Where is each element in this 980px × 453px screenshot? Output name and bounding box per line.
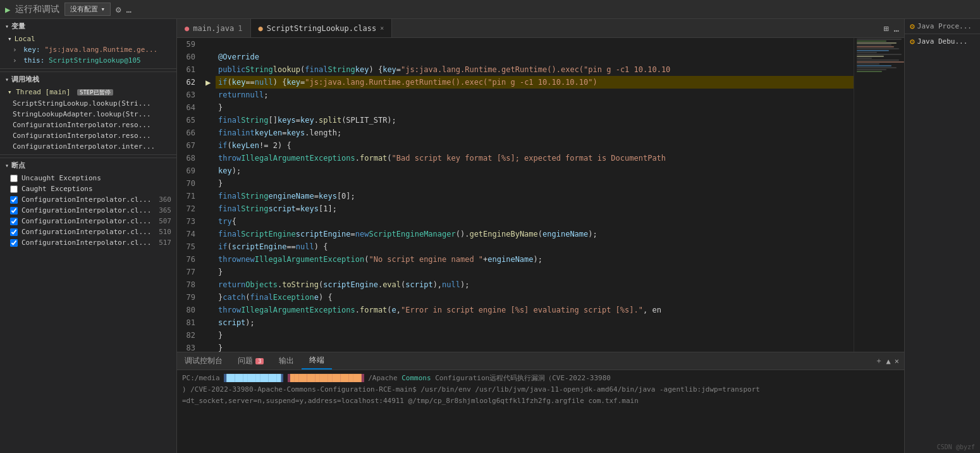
gutter-72 — [205, 202, 216, 215]
code-line-70: } — [216, 177, 854, 190]
java-icon-0: ⚙ — [910, 22, 915, 31]
ln-73: 73 — [177, 215, 200, 228]
add-terminal-icon[interactable]: ＋ — [875, 356, 883, 366]
code-content[interactable]: @Override public String lookup(final Str… — [216, 38, 854, 352]
thread-item[interactable]: ▾ Thread [main] STEP已暂停 — [0, 87, 176, 98]
bp-config-507-checkbox[interactable] — [10, 218, 18, 225]
code-line-78: return Objects.toString(scriptEngine.eva… — [216, 278, 854, 291]
bp-uncaught-checkbox[interactable] — [10, 175, 18, 182]
tab-more-icon[interactable]: … — [894, 23, 899, 34]
terminal-content[interactable]: PC:/media █████████████ ████████████████… — [177, 370, 904, 453]
gutter-73 — [205, 215, 216, 228]
bp-config-510-checkbox[interactable] — [10, 228, 18, 236]
no-config-label: 没有配置 — [70, 4, 98, 14]
code-line-83: } — [216, 342, 854, 352]
settings-icon[interactable]: ⚙ — [116, 4, 121, 15]
tab-output[interactable]: 输出 — [271, 352, 302, 369]
breakpoints-header[interactable]: ▾ 断点 — [0, 158, 176, 173]
stack-frame-3[interactable]: ConfigurationInterpolator.reso... — [0, 130, 176, 141]
java-panel-item-1[interactable]: ⚙ Java Debu... — [905, 34, 980, 49]
java-process-label-1: Java Debu... — [917, 37, 967, 46]
ln-61: 61 — [177, 63, 200, 76]
tab-debug-console[interactable]: 调试控制台 — [177, 352, 230, 369]
breakpoints-title: 断点 — [11, 161, 25, 170]
run-button[interactable]: ▶ — [5, 4, 10, 15]
bp-config-360-checkbox[interactable] — [10, 196, 18, 204]
terminal-line-2: =dt_socket,server=n,suspend=y,address=lo… — [182, 395, 899, 407]
code-line-82: } — [216, 329, 854, 342]
bp-config-510-num: 510 — [159, 228, 171, 236]
ln-60: 60 — [177, 51, 200, 63]
gutter-67 — [205, 139, 216, 152]
local-label: Local — [15, 35, 35, 43]
ln-75: 75 — [177, 240, 200, 253]
editor-tab-bar: ● main.java 1 ● ScriptStringLookup.class… — [177, 19, 904, 38]
gutter-77 — [205, 266, 216, 278]
breakpoints-section: ▾ 断点 Uncaught Exceptions Caught Exceptio… — [0, 158, 176, 453]
variables-section: ▾ 变量 ▾ Local › key: "js:java.lang.Runtim… — [0, 19, 176, 66]
ln-65: 65 — [177, 114, 200, 127]
gutter-82 — [205, 329, 216, 342]
tab-main-java[interactable]: ● main.java 1 — [177, 19, 251, 37]
ln-71: 71 — [177, 190, 200, 202]
tab-terminal[interactable]: 终端 — [302, 352, 332, 369]
bp-caught-checkbox[interactable] — [10, 185, 18, 193]
code-line-71: final String engineName = keys[0]; — [216, 190, 854, 202]
bp-config-360: ConfigurationInterpolator.cl... 360 — [0, 194, 176, 205]
code-line-66: final int keyLen = keys.length; — [216, 127, 854, 139]
close-panel-icon[interactable]: × — [895, 357, 899, 366]
callstack-header[interactable]: ▾ 调用堆栈 — [0, 72, 176, 87]
var-this-label: this: — [23, 56, 44, 65]
stack-frame-2[interactable]: ConfigurationInterpolator.reso... — [0, 120, 176, 130]
bp-config-517: ConfigurationInterpolator.cl... 517 — [0, 237, 176, 248]
code-line-81: script); — [216, 316, 854, 329]
toolbar-label: 运行和调试 — [15, 4, 59, 15]
output-label: 输出 — [279, 356, 294, 366]
maximize-panel-icon[interactable]: ▲ — [886, 357, 891, 366]
variables-header[interactable]: ▾ 变量 — [0, 19, 176, 34]
tab-problems[interactable]: 问题 3 — [230, 352, 271, 369]
ln-79: 79 — [177, 291, 200, 304]
callstack-expand-icon: ▾ — [5, 76, 9, 83]
ln-68: 68 — [177, 152, 200, 164]
code-area[interactable]: 59 60 61 62 63 64 65 66 67 68 69 70 71 7… — [177, 38, 904, 352]
tab-actions: ⊞ … — [878, 19, 904, 37]
var-this[interactable]: › this: ScriptStringLookup@105 — [0, 55, 176, 66]
gutter-81 — [205, 316, 216, 329]
bp-uncaught-label: Uncaught Exceptions — [21, 174, 101, 182]
gutter-78 — [205, 278, 216, 291]
var-key[interactable]: › key: "js:java.lang.Runtime.ge... — [0, 44, 176, 55]
java-panel-item-0[interactable]: ⚙ Java Proce... — [905, 19, 980, 34]
bp-config-365-label: ConfigurationInterpolator.cl... — [21, 206, 151, 214]
var-this-value: ScriptStringLookup@105 — [49, 56, 141, 65]
ln-70: 70 — [177, 177, 200, 190]
stack-frame-4[interactable]: ConfigurationInterpolator.inter... — [0, 141, 176, 152]
gutter-65 — [205, 114, 216, 127]
stack-frame-1[interactable]: StringLookupAdapter.lookup(Str... — [0, 109, 176, 120]
bp-config-510-label: ConfigurationInterpolator.cl... — [21, 228, 151, 236]
ln-72: 72 — [177, 202, 200, 215]
tab-script-class[interactable]: ● ScriptStringLookup.class × — [251, 19, 393, 37]
tab-script-class-close[interactable]: × — [380, 25, 384, 32]
bp-caught: Caught Exceptions — [0, 183, 176, 194]
code-line-64: } — [216, 101, 854, 114]
tab-script-class-dot: ● — [259, 24, 263, 33]
split-editor-icon[interactable]: ⊞ — [883, 23, 888, 34]
config-dropdown[interactable]: 没有配置 ▾ — [64, 3, 111, 16]
bp-config-517-checkbox[interactable] — [10, 239, 18, 247]
ln-83: 83 — [177, 342, 200, 352]
gutter-80 — [205, 304, 216, 316]
code-line-61: public String lookup(final String key) {… — [216, 63, 854, 76]
bp-config-365-checkbox[interactable] — [10, 207, 18, 214]
code-line-76: throw new IllegalArgumentException("No s… — [216, 253, 854, 266]
ln-66: 66 — [177, 127, 200, 139]
stack-frame-0[interactable]: ScriptStringLookup.lookup(Stri... — [0, 98, 176, 109]
bp-config-517-label: ConfigurationInterpolator.cl... — [21, 239, 151, 247]
ln-74: 74 — [177, 228, 200, 240]
minimap — [854, 38, 904, 352]
local-section[interactable]: ▾ Local — [0, 34, 176, 44]
problems-badge: 3 — [255, 358, 264, 364]
more-icon[interactable]: … — [126, 4, 132, 15]
var-key-label: key: — [23, 46, 40, 54]
tab-main-java-dot: ● — [185, 24, 189, 33]
